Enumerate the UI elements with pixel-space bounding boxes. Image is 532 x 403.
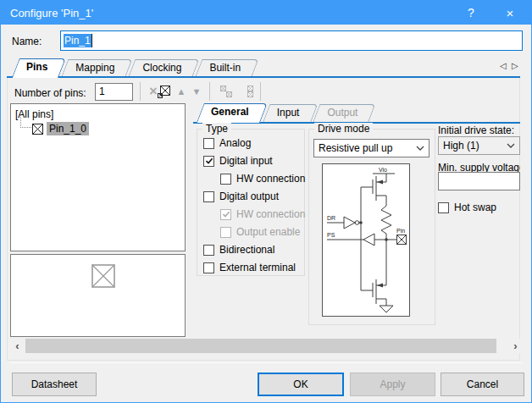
add-pin-button[interactable]	[155, 82, 172, 101]
checkbox-hw-connection-input[interactable]: HW connection	[220, 173, 305, 185]
initial-drive-state-select[interactable]: High (1)	[438, 136, 520, 155]
tree-item-label: Pin_1_0	[47, 122, 89, 135]
schematic-label-ps: PS	[327, 232, 335, 238]
configure-pin-dialog: Configure 'Pin_1' ? × Name: Pin_1 Pins M…	[0, 0, 532, 403]
scroll-left-icon: ‹	[15, 340, 19, 352]
drive-mode-title: Drive mode	[314, 123, 373, 135]
checkbox-digital-output[interactable]: Digital output	[203, 190, 279, 202]
pin-add-icon	[157, 85, 171, 99]
tabstrip-underline	[7, 76, 520, 78]
name-label: Name:	[12, 36, 42, 47]
apply-button: Apply	[350, 373, 435, 396]
min-supply-voltage-input[interactable]	[438, 172, 520, 190]
footer-divider	[10, 362, 523, 363]
datasheet-button[interactable]: Datasheet	[12, 373, 97, 396]
scroll-right-button[interactable]: ›	[508, 339, 523, 353]
move-up-button[interactable]: ▲	[173, 82, 190, 101]
pin-pair-icon	[219, 85, 233, 98]
arrow-up-icon: ▲	[177, 86, 186, 97]
schematic-label-vio: Vio	[379, 167, 387, 173]
toolbar-separator	[140, 82, 141, 101]
checkbox-box	[220, 174, 231, 185]
type-group: Type Analog Digital input HW connection …	[197, 129, 305, 276]
pin-icon	[32, 124, 43, 135]
toolbar-separator	[209, 82, 210, 101]
ok-button[interactable]: OK	[258, 373, 344, 396]
toolbar-separator	[260, 82, 261, 101]
tab-pins[interactable]: Pins	[12, 58, 58, 78]
unpair-pins-button[interactable]	[239, 82, 256, 101]
dialog-title: Configure 'Pin_1'	[10, 7, 93, 19]
checkbox-box	[203, 138, 214, 149]
close-button[interactable]: ×	[496, 1, 524, 25]
checkbox-box	[203, 191, 214, 202]
tab-input[interactable]: Input	[263, 104, 311, 123]
schematic-label-pin: Pin	[396, 228, 405, 234]
cancel-button[interactable]: Cancel	[441, 373, 524, 396]
pin-tree-panel: [All pins] Pin_1_0	[10, 103, 186, 251]
scrollbar-thumb[interactable]	[25, 339, 496, 353]
check-icon	[205, 157, 213, 165]
tab-mapping[interactable]: Mapping	[61, 59, 125, 78]
checkbox-hot-swap[interactable]: Hot swap	[438, 202, 496, 213]
checkbox-analog[interactable]: Analog	[203, 137, 251, 149]
scroll-right-icon: ›	[513, 340, 517, 352]
help-button[interactable]: ?	[457, 1, 485, 25]
horizontal-scrollbar[interactable]: ‹ ›	[10, 339, 523, 353]
tab-output[interactable]: Output	[313, 104, 369, 123]
checkbox-box	[203, 262, 214, 273]
text-caret	[91, 34, 92, 47]
tab-scroll-right-icon[interactable]: ▷	[512, 61, 518, 70]
checkbox-output-enable: Output enable	[220, 226, 300, 238]
initial-drive-state-label: Initial drive state:	[438, 124, 514, 136]
title-bar[interactable]: Configure 'Pin_1'	[1, 1, 531, 25]
scroll-left-button[interactable]: ‹	[10, 339, 25, 353]
pin-symbol-icon	[91, 264, 115, 288]
checkbox-external-terminal[interactable]: External terminal	[203, 262, 296, 273]
checkbox-bidirectional[interactable]: Bidirectional	[203, 244, 274, 256]
initial-drive-state-value: High (1)	[443, 140, 479, 152]
tab-built-in[interactable]: Built-in	[195, 59, 252, 78]
arrow-down-icon: ▼	[192, 86, 202, 97]
checkbox-box	[220, 209, 231, 220]
tree-connector	[20, 114, 31, 128]
close-icon: ×	[507, 6, 514, 20]
tab-scroll-left-icon[interactable]: ◁	[500, 61, 507, 70]
main-tabstrip: Pins Mapping Clocking Built-in	[12, 58, 254, 78]
checkbox-box	[220, 227, 231, 238]
pin-pair-icon	[241, 85, 254, 98]
pair-pins-button[interactable]	[218, 82, 235, 101]
move-down-button[interactable]: ▼	[188, 82, 205, 101]
tab-clocking[interactable]: Clocking	[128, 59, 192, 78]
checkbox-box	[203, 156, 214, 167]
checkbox-hw-connection-output: HW connection	[220, 208, 305, 220]
checkbox-box	[438, 202, 449, 213]
checkbox-box	[203, 245, 214, 256]
drive-mode-schematic: Vio DR PS Pin	[322, 163, 410, 317]
drive-mode-value: Resistive pull up	[319, 142, 392, 154]
checkbox-digital-input[interactable]: Digital input	[203, 155, 273, 167]
inner-tabstrip: General Input Output	[197, 103, 371, 123]
tab-general[interactable]: General	[197, 103, 260, 123]
chevron-down-icon	[416, 146, 424, 151]
number-of-pins-label: Number of pins:	[14, 87, 86, 99]
pin-preview-panel	[10, 254, 186, 337]
type-group-title: Type	[202, 123, 231, 135]
name-input[interactable]: Pin_1	[60, 30, 523, 51]
help-icon: ?	[468, 6, 474, 19]
name-value-selected: Pin_1	[64, 34, 91, 47]
tree-item-pin-1-0[interactable]: Pin_1_0	[32, 122, 89, 135]
drive-mode-select[interactable]: Resistive pull up	[313, 139, 429, 157]
schematic-label-dr: DR	[327, 215, 335, 221]
number-of-pins-input[interactable]: 1	[95, 83, 133, 101]
chevron-down-icon	[507, 143, 515, 148]
check-icon	[222, 210, 230, 218]
